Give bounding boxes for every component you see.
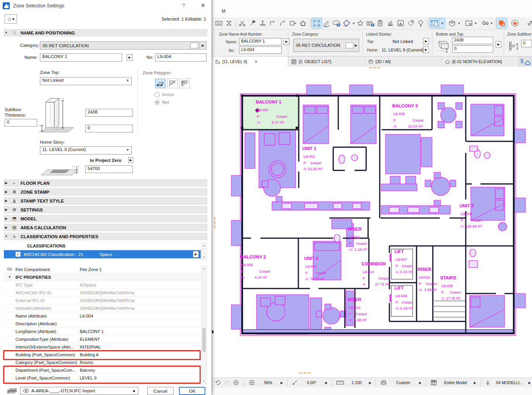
section-name-positioning[interactable]: ▼ ⌻ NAME AND POSITIONING — [4, 29, 207, 36]
section-floor-plan[interactable]: ▶⌐FLOOR PLAN — [4, 179, 207, 187]
properties-scrollbar[interactable]: ▲▼ — [201, 266, 207, 384]
view-tab[interactable]: [E-01 NORTH ELEVATION] — [442, 57, 518, 67]
cancel-button[interactable]: Cancel — [147, 387, 174, 395]
measure-tool-icon[interactable]: 12 — [214, 18, 224, 28]
go-button[interactable]: Go — [481, 21, 490, 26]
section-zone-stamp[interactable]: ▶≣ZONE STAMP — [4, 188, 207, 196]
favorites-cloud-icon[interactable] — [332, 18, 342, 28]
property-row[interactable]: ▼IFC PROPERTIES — [4, 273, 201, 281]
navigator-popup-icon[interactable] — [520, 58, 530, 65]
ib-bottom-top-flyout[interactable]: ▶ — [496, 41, 501, 48]
zone-stamp-l9-013[interactable]: RISERL9-013F:CarpetA:3.58 m² — [418, 267, 437, 292]
section-area-calculation[interactable]: ▶▤AREA CALCULATION — [4, 224, 207, 231]
teamwork-icon[interactable] — [497, 18, 507, 28]
bimcloud-icon[interactable] — [510, 18, 520, 28]
pen-set-control[interactable]: 04 MODELLI...▶ — [483, 380, 532, 386]
zone-stamp-l9-008[interactable]: LIFTL9-008F:CarpetA:6.29 m² — [394, 285, 413, 310]
favorites-star-icon[interactable] — [355, 18, 365, 28]
zoom-back-icon[interactable] — [214, 380, 221, 386]
stretch-icon[interactable] — [258, 18, 268, 28]
3d-view-icon[interactable] — [447, 18, 457, 28]
section-classification-properties[interactable]: ▼ ≡ CLASSIFICATION AND PROPERTIES — [4, 233, 207, 240]
capture-camera-icon[interactable] — [365, 18, 375, 28]
property-row[interactable]: Name (Attribute)L9-004 — [4, 312, 201, 320]
model-filter-control[interactable]: Entire Model▶ — [428, 380, 479, 386]
zone-stamp-l9-001[interactable]: UNIT 1L9-001F:CarpetA:81.92 m² — [302, 146, 323, 171]
section-settings[interactable]: ▶⊞SETTINGS — [4, 206, 207, 213]
palette-collapse-arrow[interactable] — [212, 330, 213, 334]
close-button[interactable]: ✕ — [201, 2, 205, 9]
layout-view-icon[interactable] — [464, 18, 474, 28]
section-model[interactable]: ▶⬒MODEL — [4, 215, 207, 222]
marquee-select-icon[interactable] — [312, 18, 322, 28]
ib-name-input[interactable]: BALCONY 1 — [239, 38, 282, 45]
layout-view-dropdown[interactable]: ▼ — [474, 22, 477, 25]
classification-row[interactable]: ✓ ARCHICAD Classification - 21 Space — [4, 250, 201, 258]
view-tab[interactable]: [3D / All] — [365, 57, 442, 67]
layer-combination-control[interactable]: Custom▶ — [378, 380, 424, 386]
property-row[interactable]: InteriorOrExteriorSpace (Attri...INTERNA… — [4, 343, 201, 351]
fillet-icon[interactable] — [278, 18, 288, 28]
ib-top-value[interactable]: Not Linked — [393, 39, 413, 44]
zoom-forward-icon[interactable] — [224, 380, 231, 386]
property-row[interactable]: GlobalId (Attribute)1Eh9E2AFj5MeWa7xtbNV… — [4, 304, 201, 312]
property-row[interactable]: ARCHICAD IFC ID1Eh9E2AFj5MeWa7xtbNVvq — [4, 289, 201, 297]
ib-top-flyout[interactable]: ▶ — [423, 38, 429, 45]
zone-polygon-gross-icon[interactable] — [167, 79, 178, 88]
dialog-title-bar[interactable]: Zone Selection Settings — [0, 0, 212, 12]
orientation-control[interactable]: 0.00°▶ — [289, 380, 330, 386]
property-row[interactable]: External IFC ID1Eh9E2AFj5MeWa7xtbNVvq — [4, 297, 201, 304]
ok-button[interactable]: OK — [179, 387, 205, 395]
zone-stamp-l9-006[interactable]: BALCONY 3L9-006F:CarpetA:10.24 m² — [392, 103, 424, 128]
ib-bottom-offset-input[interactable]: 0 — [452, 45, 493, 53]
tree-object-icon[interactable] — [416, 18, 426, 28]
ib-subfloor-input[interactable]: 0 — [521, 40, 532, 47]
zone-stamp-l9-014[interactable]: CORRIDORL9-014F:CarpetA:27.76 m² — [362, 261, 390, 286]
layer-combo-flyout[interactable]: ▶ — [133, 389, 136, 393]
zoom-in-icon[interactable] — [233, 380, 240, 386]
floor-plan-view-icon[interactable] — [429, 18, 439, 28]
roof-home-icon[interactable] — [298, 18, 308, 28]
favorites-button[interactable]: ☆▶ — [5, 14, 17, 24]
rotated-view-icon[interactable] — [342, 18, 352, 28]
ib-home-value[interactable]: 11. LEVEL 9 (Current) — [382, 48, 424, 52]
scale-control[interactable]: 1:100▶ — [334, 380, 374, 385]
property-row[interactable]: Fire CompartmentFire Zone 1 — [4, 266, 201, 273]
clipboard-check-icon[interactable] — [375, 18, 386, 28]
no-input[interactable]: L9-004 — [155, 53, 207, 62]
zoom-control[interactable]: 56%▶ — [246, 380, 285, 386]
go-dropdown[interactable]: ▼ — [490, 22, 493, 25]
category-combo[interactable]: 05 RET CIRCULATION ▶ — [40, 41, 207, 50]
ib-no-input[interactable]: L9-004 — [239, 46, 282, 54]
subfloor-input[interactable]: 0 — [5, 119, 37, 127]
property-row[interactable]: IFC TypeIfcSpace — [4, 281, 201, 289]
property-row[interactable]: LongName (Attribute)BALCONY 1 — [4, 328, 201, 335]
property-row[interactable]: Level (Pset_SpaceCommon)LEVEL 9 — [4, 374, 201, 382]
project-zero-input[interactable]: 54700 — [85, 165, 133, 173]
property-row[interactable]: Department (Pset_SpaceCom...Balcony — [4, 366, 201, 374]
ib-home-flyout[interactable]: ▶ — [423, 46, 429, 53]
zone-stamp-l9-009[interactable]: STAIRSL9-009F:CarpetA:17.46 m² — [440, 275, 461, 300]
label-tag-icon[interactable] — [406, 18, 416, 28]
classification-flyout[interactable]: ▶ — [193, 251, 199, 258]
property-row[interactable]: CompositionType (Attribute)ELEMENT — [4, 335, 201, 343]
property-row[interactable]: Category (Pset_SpaceCommon)Rooms — [4, 359, 201, 366]
property-row[interactable]: Building (Pset_SpaceCommon)Building A — [4, 351, 201, 359]
zone-polygon-net-icon[interactable] — [179, 79, 190, 88]
zone-top-dropdown[interactable]: Not Linked▼ — [40, 77, 132, 85]
ib-top-offset-input[interactable]: 2438 — [452, 37, 493, 44]
broom-icon[interactable] — [386, 18, 396, 28]
gross-radio[interactable] — [155, 92, 160, 97]
layer-combo[interactable]: A-AREA-____-OTLN.IFC Import ▶ — [20, 387, 138, 395]
project-zero-flyout[interactable]: ▶ — [128, 157, 133, 163]
net-radio[interactable] — [155, 100, 160, 105]
zone-bottom-input[interactable]: 0 — [85, 125, 133, 132]
tab-close-icon[interactable]: ✕ — [255, 60, 258, 64]
adjust-axe-icon[interactable] — [248, 18, 258, 28]
view-tab[interactable]: [11. LEVEL 9]✕ — [212, 57, 288, 67]
marquee-shape-icon[interactable] — [224, 18, 234, 28]
zone-height-input[interactable]: 2438 — [85, 109, 133, 117]
name-flyout[interactable]: ▶ — [127, 54, 133, 61]
split-scissors-icon[interactable] — [238, 18, 248, 28]
category-flyout[interactable]: ▶ — [200, 42, 206, 49]
